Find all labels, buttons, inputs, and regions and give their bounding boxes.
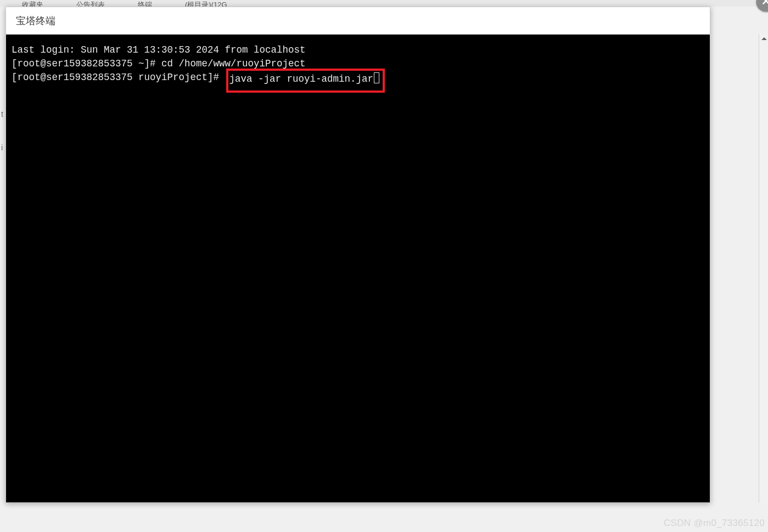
bg-tab: 收藏夹 bbox=[22, 0, 43, 7]
terminal-prompt: [root@ser159382853375 ~]# bbox=[12, 58, 161, 69]
terminal-modal: 宝塔终端 Last login: Sun Mar 31 13:30:53 202… bbox=[5, 7, 710, 503]
terminal-command: cd /home/www/ruoyiProject bbox=[161, 58, 306, 69]
close-button[interactable] bbox=[756, 0, 768, 12]
left-fragment: t i bbox=[1, 110, 3, 152]
bg-tab: (根目录)(12G bbox=[185, 0, 227, 7]
bg-tab: 公告列表 bbox=[76, 0, 105, 7]
watermark: CSDN @m0_73365120 bbox=[664, 518, 765, 529]
highlighted-command: java -jar ruoyi-admin.jar bbox=[226, 69, 385, 93]
close-icon bbox=[761, 0, 768, 8]
scrollbar-track[interactable] bbox=[759, 34, 768, 503]
terminal-body[interactable]: Last login: Sun Mar 31 13:30:53 2024 fro… bbox=[6, 35, 710, 502]
background-menu-bar: 收藏夹 公告列表 终端 (根目录)(12G bbox=[0, 0, 768, 7]
terminal-prompt: [root@ser159382853375 ruoyiProject]# bbox=[12, 72, 225, 83]
modal-header: 宝塔终端 bbox=[6, 7, 710, 35]
modal-title: 宝塔终端 bbox=[16, 14, 55, 27]
terminal-cursor bbox=[374, 72, 379, 83]
terminal-command: java -jar ruoyi-admin.jar bbox=[229, 73, 374, 84]
bg-tab: 终端 bbox=[138, 0, 152, 7]
scroll-up-arrow-icon[interactable] bbox=[759, 34, 768, 43]
terminal-line-java: [root@ser159382853375 ruoyiProject]# jav… bbox=[12, 71, 704, 93]
terminal-line-login: Last login: Sun Mar 31 13:30:53 2024 fro… bbox=[12, 43, 704, 57]
